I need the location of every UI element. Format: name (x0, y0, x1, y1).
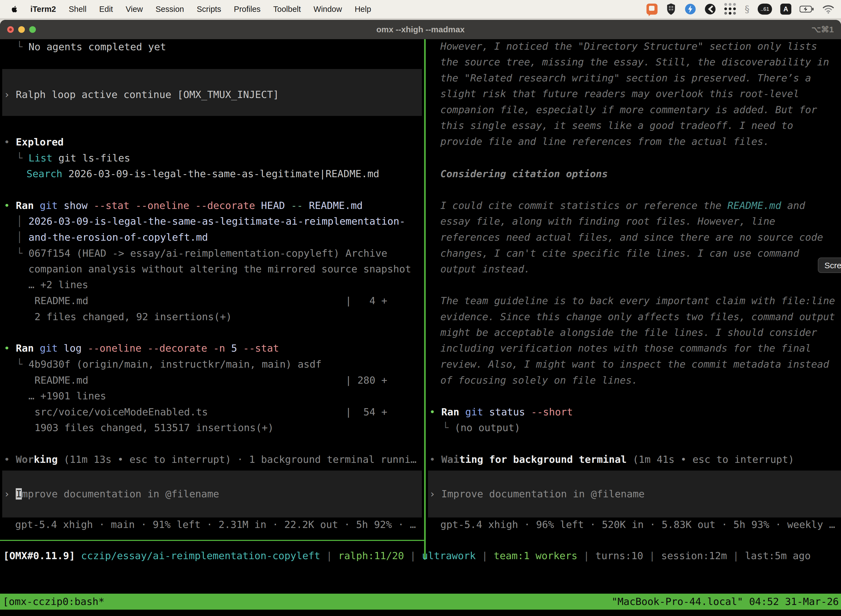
terminal-text-segment: 2 files changed, 92 insertions(+) (35, 311, 232, 322)
omx-status-segment: [OMX#0.11.9] (3, 550, 75, 561)
omx-status-segment: session:12m (661, 550, 727, 561)
agents-status-line: └ No agents completed yet (16, 39, 166, 55)
menu-item-toolbelt[interactable]: Toolbelt (273, 5, 301, 14)
explored-list: └ List git ls-files (16, 150, 130, 166)
terminal-text-segment: show (58, 200, 88, 211)
terminal-text-segment: List (28, 153, 53, 164)
terminal-text-segment: 1903 files changed, 513517 insertions(+) (35, 422, 274, 433)
terminal-text-segment: slight risk that future readers may over… (440, 88, 799, 99)
keyboard-layout-label: A (780, 4, 791, 15)
terminal-text-segment: mprove documentation in @filename (22, 488, 219, 500)
terminal-text-segment: of focusing solely on file lines. (440, 374, 638, 386)
menu-item-scripts[interactable]: Scripts (197, 5, 221, 14)
git-output: └ (no output) (442, 420, 520, 436)
thinking-text: including verification notes with those … (440, 340, 811, 356)
menu-item-profiles[interactable]: Profiles (234, 5, 261, 14)
omx-status-segment: | (577, 550, 595, 561)
thinking-text: the source tree, missing the essay. Stil… (440, 54, 829, 70)
terminal-text-segment: • (4, 200, 16, 211)
terminal-text-segment: • (429, 454, 441, 465)
terminal-pane-left[interactable]: └ No agents completed yet› Ralph loop ac… (0, 39, 424, 560)
shield-icon[interactable] (666, 3, 676, 15)
omx-status-segment: turns:10 (595, 550, 643, 561)
screen-tooltip-label: Scre (825, 261, 841, 270)
thinking-text: review. Also, I might want to inspect th… (440, 356, 829, 372)
terminal-text-segment: › (429, 488, 441, 500)
omx-status-segment: | (404, 550, 422, 561)
session-status-line: gpt-5.4 xhigh · main · 91% left · 2.31M … (15, 517, 416, 532)
terminal-text-segment: 2026-03-09-is-legal-the-same-as-legitima… (62, 168, 379, 179)
terminal-text-segment: Ran (16, 200, 34, 211)
terminal-text-segment: -- (285, 200, 303, 211)
explored-search: Search 2026-03-09-is-legal-the-same-as-l… (26, 166, 379, 182)
terminal-text-segment: changes, I can't cite specific file line… (440, 248, 799, 259)
omx-status-segment: | (476, 550, 494, 561)
percent-badge-icon[interactable]: ..61 (757, 3, 772, 15)
menu-item-shell[interactable]: Shell (69, 5, 86, 14)
dots-grid-icon[interactable] (724, 3, 736, 15)
terminal-text-segment: Search (26, 168, 62, 179)
thinking-text: provide file and line references from th… (440, 133, 769, 150)
terminal-text-segment: references need actual files, and since … (440, 232, 823, 243)
terminal-text-segment: (11m 13s • esc to interrupt) · 1 backgro… (58, 454, 416, 465)
terminal-text-segment: │ (16, 216, 28, 227)
omx-status-segment: | (320, 550, 338, 561)
apple-menu-icon[interactable] (10, 5, 19, 13)
terminal-text-segment (34, 343, 40, 354)
ran-git-status: • Ran git status --short (429, 404, 573, 420)
terminal-text-segment: Ran (441, 406, 459, 418)
battery-icon[interactable] (800, 3, 814, 15)
thinking-text: essay file, along with finding root file… (440, 213, 775, 229)
terminal-text-segment: companion analysis without altering the … (28, 263, 411, 274)
terminal-text-segment (459, 406, 465, 418)
terminal-text-segment: (1m 41s • esc to interrupt) (627, 454, 794, 465)
text-cursor: I (16, 488, 22, 500)
thinking-text: output instead. (440, 261, 530, 277)
menu-item-window[interactable]: Window (314, 5, 342, 14)
menu-item-view[interactable]: View (126, 5, 143, 14)
terminal-text-segment: Explored (16, 136, 63, 148)
thinking-text: changes, I can't cite specific file line… (440, 245, 799, 261)
notification-chat-icon[interactable] (646, 3, 658, 15)
terminal-pane-right[interactable]: However, I noticed the "Directory Struct… (426, 39, 841, 560)
menu-item-session[interactable]: Session (155, 5, 184, 14)
git-stat-row: README.md | 280 + (35, 372, 387, 388)
tmux-status-bar: [omx-cczip0:bash* "MacBook-Pro-44.local"… (0, 594, 841, 610)
terminal-text-segment: • (4, 454, 16, 465)
command-arg-wrap: │ 2026-03-09-is-legal-the-same-as-legiti… (16, 213, 405, 229)
badge-label: ..61 (757, 4, 772, 15)
omx-status-line: [OMX#0.11.9] cczip/essay/ai-reimplementa… (3, 548, 811, 564)
terminal-text-segment: Ran (16, 343, 34, 354)
menu-item-edit[interactable]: Edit (99, 5, 113, 14)
git-stat-summary: 2 files changed, 92 insertions(+) (35, 309, 232, 325)
terminal-text-segment: git (40, 200, 58, 211)
keyboard-layout-icon[interactable]: A (780, 3, 791, 15)
menu-item-help[interactable]: Help (355, 5, 371, 14)
git-output: companion analysis without altering the … (28, 261, 411, 277)
wifi-icon[interactable] (822, 3, 834, 15)
bolt-circle-icon[interactable] (684, 3, 696, 15)
window-title: omx --xhigh --madmax (0, 20, 841, 39)
thinking-text: the "Related research writing" section i… (440, 70, 811, 86)
terminal-text-segment: Ralph loop active continue [OMX_TMUX_INJ… (16, 89, 279, 100)
terminal-text-segment: Considering citation options (440, 168, 608, 179)
terminal-text-segment: gpt-5.4 xhigh · main · 91% left · 2.31M … (15, 519, 416, 530)
git-output-elided: … +2 lines (28, 277, 88, 293)
omx-status-segment: | (643, 550, 661, 561)
squiggle-icon[interactable]: § (745, 3, 749, 15)
terminal-text-segment: git (40, 343, 58, 354)
terminal-text-segment: log (58, 343, 82, 354)
terminal-text-segment: README.md (303, 200, 363, 211)
menu-item-iterm2[interactable]: iTerm2 (30, 5, 56, 14)
terminal-text-segment: the source tree, missing the essay. Stil… (440, 56, 829, 67)
terminal-text-segment: ting for background terminal (459, 454, 627, 465)
terminal-text-segment: the "Related research writing" section i… (440, 72, 811, 84)
pie-arc-icon[interactable] (705, 3, 716, 15)
terminal-text-segment: --stat --oneline --decorate (88, 200, 255, 211)
screen-tooltip: Scre (818, 258, 841, 273)
thinking-text: The team guideline is to back every impo… (440, 293, 835, 309)
terminal-text-segment: • (4, 343, 16, 354)
terminal-text-segment: git ls-files (53, 153, 130, 164)
terminal-text-segment: src/voice/voiceModeEnabled.ts | 54 + (35, 406, 387, 418)
terminal-text-segment: │ (16, 232, 28, 243)
